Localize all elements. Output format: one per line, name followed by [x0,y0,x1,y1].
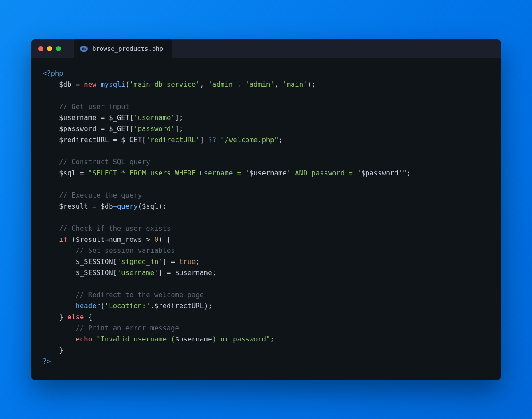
filename-label: browse_products.php [92,45,163,52]
window-titlebar: browse_products.php [31,39,501,58]
php-badge-icon [80,46,88,52]
comment: // Redirect to the welcome page [76,291,204,299]
comment: // Get user input [59,103,129,111]
php-close-tag: ?> [43,357,51,365]
comment: // Set session variables [76,247,175,255]
close-icon[interactable] [38,46,43,51]
editor-window: browse_products.php <?php $db = new mysq… [31,39,501,380]
comment: // Check if the user exists [59,225,171,233]
file-tab[interactable]: browse_products.php [74,39,172,58]
comment: // Print an error message [76,324,179,332]
traffic-lights [38,46,61,51]
comment: // Execute the query [59,191,142,199]
code-editor-content: <?php $db = new mysqli('main-db-service'… [31,58,501,380]
php-open-tag: <?php [43,70,63,78]
comment: // Construct SQL query [59,158,150,166]
minimize-icon[interactable] [47,46,52,51]
maximize-icon[interactable] [56,46,61,51]
